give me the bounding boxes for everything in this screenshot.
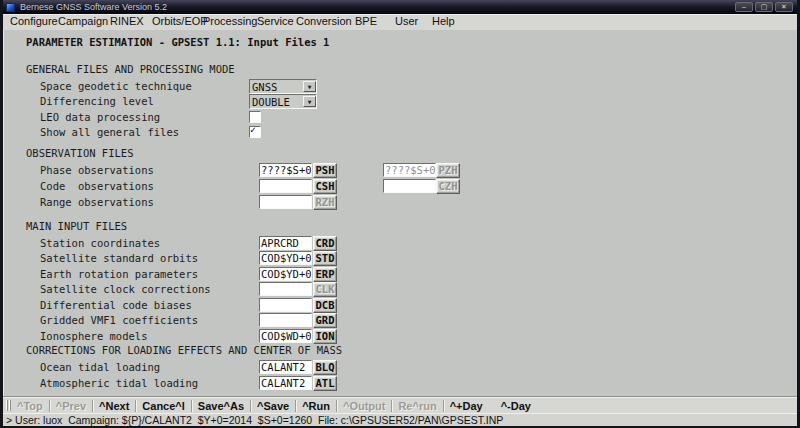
menu-item-configure[interactable]: Configure (10, 15, 58, 27)
ion-button[interactable]: ION (313, 329, 337, 344)
section-corrections-header: CORRECTIONS FOR LOADING EFFECTS AND CENT… (26, 344, 342, 356)
bernese-app-window: Bernese GNSS Software Version 5.2 – ▢ ✕ … (0, 0, 800, 428)
earth-rotation-parameters-input[interactable]: COD$YD+0 (259, 267, 312, 281)
page-title: PARAMETER ESTIMATION - GPSEST 1.1: Input… (26, 36, 329, 48)
satellite-clock-corrections-label: Satellite clock corrections (40, 283, 211, 295)
phase-observations-input-2: ????$S+0 (383, 163, 436, 177)
window-controls: – ▢ ✕ (735, 2, 793, 12)
differential-code-biases-label: Differential code biases (40, 299, 192, 311)
toolbar-top-button: ^Top (11, 400, 49, 412)
blq-button[interactable]: BLQ (313, 360, 337, 375)
station-coordinates-input[interactable]: APRCRD (259, 236, 312, 250)
station-coordinates-row: Station coordinates APRCRD CRD (3, 236, 797, 251)
toolbar-output-button: ^Output (337, 400, 391, 412)
section-corrections: CORRECTIONS FOR LOADING EFFECTS AND CENT… (3, 344, 797, 345)
pzh-button: PZH (436, 163, 460, 178)
dcb-button[interactable]: DCB (313, 298, 337, 313)
maximize-button[interactable]: ▢ (755, 2, 773, 12)
bottom-toolbar: ^Top ^Prev ^Next Cance^l Save^As ^Save ^… (3, 396, 797, 414)
menu-bar: Configure Campaign RINEX Orbits/EOP Proc… (3, 14, 797, 31)
section-general-header: GENERAL FILES AND PROCESSING MODE (26, 63, 235, 75)
menu-item-orbits-eop[interactable]: Orbits/EOP (152, 15, 208, 27)
toolbar-save-button[interactable]: ^Save (251, 400, 295, 412)
range-observations-row: Range observations RZH (3, 195, 797, 210)
phase-observations-row: Phase observations ????$S+0 PSH ????$S+0… (3, 163, 797, 178)
ocean-tidal-loading-row: Ocean tidal loading CALANT2 BLQ (3, 360, 797, 375)
code-observations-row: Code observations CSH CZH (3, 179, 797, 194)
toolbar-next-button[interactable]: ^Next (93, 400, 135, 412)
atmospheric-tidal-loading-input[interactable]: CALANT2 (259, 376, 312, 390)
differencing-level-label: Differencing level (40, 95, 154, 107)
ionosphere-models-input[interactable]: COD$WD+0 (259, 329, 312, 343)
section-observation: OBSERVATION FILES Phase observations ???… (3, 147, 797, 148)
leo-data-processing-checkbox[interactable] (249, 111, 261, 123)
gridded-vmf1-coefficients-input[interactable] (259, 313, 312, 327)
toolbar-prev-button: ^Prev (50, 400, 92, 412)
station-coordinates-label: Station coordinates (40, 237, 160, 249)
differencing-level-dropdown[interactable]: DOUBLE ▼ (249, 94, 317, 109)
phase-observations-label: Phase observations (40, 164, 154, 176)
code-observations-input[interactable] (259, 179, 312, 193)
section-general: GENERAL FILES AND PROCESSING MODE Space … (3, 63, 797, 64)
differencing-level-value: DOUBLE (250, 96, 303, 108)
differencing-level-row: Differencing level DOUBLE ▼ (3, 94, 797, 109)
earth-rotation-parameters-label: Earth rotation parameters (40, 268, 198, 280)
differential-code-biases-input[interactable] (259, 298, 312, 312)
ocean-tidal-loading-input[interactable]: CALANT2 (259, 360, 312, 374)
psh-button[interactable]: PSH (313, 163, 337, 178)
menu-item-processing[interactable]: Processing (203, 15, 257, 27)
leo-data-processing-row: LEO data processing (3, 110, 797, 125)
phase-observations-input[interactable]: ????$S+0 (259, 163, 312, 177)
code-observations-input-2 (383, 179, 436, 193)
rzh-button: RZH (313, 195, 337, 210)
toolbar-saveas-button[interactable]: Save^As (192, 400, 250, 412)
toolbar-rerun-button: Re^run (392, 400, 442, 412)
leo-data-processing-label: LEO data processing (40, 111, 160, 123)
menu-item-help[interactable]: Help (432, 15, 455, 27)
menu-item-campaign[interactable]: Campaign (58, 15, 108, 27)
satellite-clock-corrections-input (259, 282, 312, 296)
chevron-down-icon[interactable]: ▼ (303, 81, 316, 92)
toolbar-plusday-button[interactable]: ^+Day (444, 400, 489, 412)
satellite-standard-orbits-row: Satellite standard orbits COD$YD+0 STD (3, 251, 797, 266)
czh-button: CZH (436, 179, 460, 194)
ionosphere-models-label: Ionosphere models (40, 330, 147, 342)
panel-content: PARAMETER ESTIMATION - GPSEST 1.1: Input… (3, 30, 797, 396)
toolbar-run-button[interactable]: ^Run (296, 400, 336, 412)
csh-button[interactable]: CSH (313, 179, 337, 194)
chevron-down-icon[interactable]: ▼ (303, 96, 316, 107)
ionosphere-models-row: Ionosphere models COD$WD+0 ION (3, 329, 797, 344)
menu-item-rinex[interactable]: RINEX (110, 15, 144, 27)
differential-code-biases-row: Differential code biases DCB (3, 298, 797, 313)
erp-button[interactable]: ERP (313, 267, 337, 282)
menu-item-bpe[interactable]: BPE (355, 15, 377, 27)
toolbar-cancel-button[interactable]: Cance^l (136, 400, 191, 412)
grd-button[interactable]: GRD (313, 313, 337, 328)
minimize-button[interactable]: – (735, 2, 753, 12)
bernese-app-icon (6, 3, 15, 12)
menu-item-user[interactable]: User (395, 15, 418, 27)
earth-rotation-parameters-row: Earth rotation parameters COD$YD+0 ERP (3, 267, 797, 282)
space-geodetic-technique-value: GNSS (250, 81, 303, 93)
menu-item-service[interactable]: Service (257, 15, 294, 27)
satellite-clock-corrections-row: Satellite clock corrections CLK (3, 282, 797, 297)
atl-button[interactable]: ATL (313, 376, 337, 391)
menu-item-conversion[interactable]: Conversion (296, 15, 352, 27)
show-all-general-files-row: Show all general files ✓ (3, 125, 797, 140)
title-bar: Bernese GNSS Software Version 5.2 – ▢ ✕ (3, 0, 797, 14)
space-geodetic-technique-row: Space geodetic technique GNSS ▼ (3, 79, 797, 94)
range-observations-input[interactable] (259, 195, 312, 209)
satellite-standard-orbits-input[interactable]: COD$YD+0 (259, 251, 312, 265)
satellite-standard-orbits-label: Satellite standard orbits (40, 252, 198, 264)
show-all-general-files-label: Show all general files (40, 126, 179, 138)
space-geodetic-technique-dropdown[interactable]: GNSS ▼ (249, 79, 317, 94)
toolbar-minusday-button[interactable]: ^-Day (495, 400, 537, 412)
gridded-vmf1-coefficients-row: Gridded VMF1 coefficients GRD (3, 313, 797, 328)
section-main-input-header: MAIN INPUT FILES (26, 220, 127, 232)
atmospheric-tidal-loading-row: Atmospheric tidal loading CALANT2 ATL (3, 376, 797, 391)
crd-button[interactable]: CRD (313, 236, 337, 251)
show-all-general-files-checkbox[interactable]: ✓ (249, 126, 261, 138)
std-button[interactable]: STD (313, 251, 337, 266)
close-button[interactable]: ✕ (775, 2, 793, 12)
section-main-input: MAIN INPUT FILES Station coordinates APR… (3, 220, 797, 221)
